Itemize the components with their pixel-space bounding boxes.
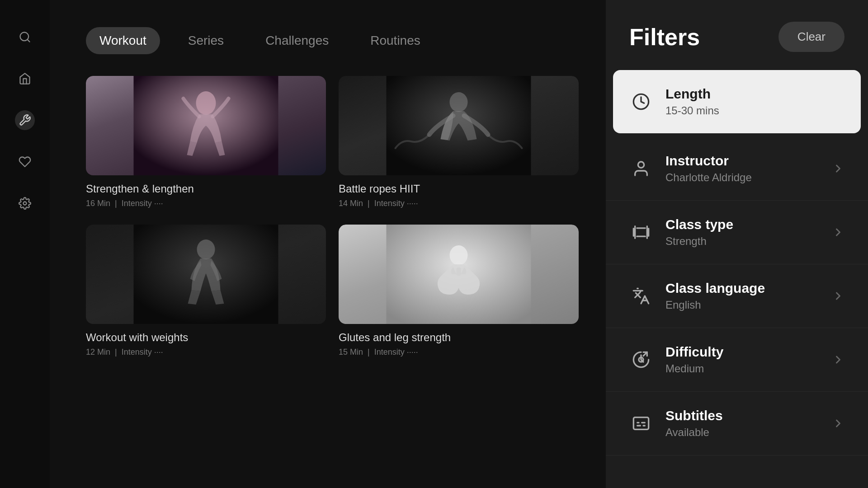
card-1-title: Strengthen & lengthen (86, 183, 326, 195)
card-4-title: Glutes and leg strength (339, 331, 579, 344)
subtitles-label: Subtitles (665, 408, 819, 423)
card-1-meta: 16 Min | Intensity ···· (86, 199, 326, 208)
clear-button[interactable]: Clear (778, 22, 844, 52)
person-icon (629, 157, 653, 180)
main-content: Workout Series Challenges Routines (50, 0, 606, 488)
svg-point-2 (24, 202, 27, 205)
card-3-title: Workout with weights (86, 331, 326, 344)
svg-point-10 (450, 245, 468, 265)
sidebar-item-favorites[interactable] (15, 152, 35, 172)
class-language-label: Class language (665, 281, 819, 296)
class-language-value: English (665, 299, 819, 311)
subtitles-value: Available (665, 426, 819, 439)
svg-rect-15 (633, 418, 648, 430)
workout-card-3[interactable]: Workout with weights 12 Min | Intensity … (86, 225, 326, 361)
translate-icon (629, 284, 653, 308)
instructor-label: Instructor (665, 153, 819, 169)
filter-item-class-language[interactable]: Class language English (606, 264, 868, 328)
card-2-meta: 14 Min | Intensity ····· (339, 199, 579, 208)
card-4-meta: 15 Min | Intensity ····· (339, 347, 579, 357)
difficulty-value: Medium (665, 362, 819, 375)
svg-line-1 (27, 39, 29, 42)
workout-grid: Strengthen & lengthen 16 Min | Intensity… (86, 76, 579, 361)
card-2-title: Battle ropes HIIT (339, 183, 579, 195)
sidebar (0, 0, 50, 488)
sidebar-item-settings[interactable] (15, 193, 35, 213)
tab-series[interactable]: Series (175, 27, 237, 54)
instructor-value: Charlotte Aldridge (665, 171, 819, 184)
svg-rect-5 (387, 76, 531, 175)
workout-card-4[interactable]: Glutes and leg strength 15 Min | Intensi… (339, 225, 579, 361)
svg-point-8 (197, 239, 215, 259)
length-label: Length (665, 86, 844, 102)
class-type-chevron-icon (832, 226, 844, 239)
sidebar-item-search[interactable] (15, 27, 35, 47)
svg-point-4 (196, 91, 216, 115)
filter-panel: Filters Clear Length 15-30 mins Instruct… (606, 0, 868, 488)
svg-rect-11 (457, 267, 461, 276)
gauge-icon (629, 348, 653, 371)
filter-item-instructor[interactable]: Instructor Charlotte Aldridge (606, 137, 868, 201)
class-type-value: Strength (665, 235, 819, 248)
filter-item-length[interactable]: Length 15-30 mins (613, 70, 861, 133)
clock-icon (629, 90, 653, 113)
workout-card-2[interactable]: Battle ropes HIIT 14 Min | Intensity ···… (339, 76, 579, 212)
filter-header: Filters Clear (606, 22, 868, 52)
subtitles-icon (629, 412, 653, 435)
filter-title: Filters (629, 23, 700, 51)
svg-point-13 (638, 162, 644, 168)
difficulty-label: Difficulty (665, 344, 819, 360)
subtitles-chevron-icon (832, 417, 844, 430)
class-language-chevron-icon (832, 290, 844, 302)
difficulty-chevron-icon (832, 353, 844, 366)
length-value: 15-30 mins (665, 104, 844, 117)
filter-item-class-type[interactable]: Class type Strength (606, 201, 868, 264)
sidebar-item-home[interactable] (15, 69, 35, 89)
filter-item-difficulty[interactable]: Difficulty Medium (606, 328, 868, 392)
tabs: Workout Series Challenges Routines (86, 27, 579, 54)
filter-item-subtitles[interactable]: Subtitles Available (606, 392, 868, 455)
dumbell-icon (629, 221, 653, 244)
instructor-chevron-icon (832, 162, 844, 175)
sidebar-item-tools[interactable] (15, 110, 35, 130)
workout-card-1[interactable]: Strengthen & lengthen 16 Min | Intensity… (86, 76, 326, 212)
tab-workout[interactable]: Workout (86, 27, 160, 54)
svg-point-6 (450, 92, 468, 112)
card-3-meta: 12 Min | Intensity ···· (86, 347, 326, 357)
class-type-label: Class type (665, 217, 819, 232)
tab-challenges[interactable]: Challenges (252, 27, 342, 54)
tab-routines[interactable]: Routines (357, 27, 434, 54)
